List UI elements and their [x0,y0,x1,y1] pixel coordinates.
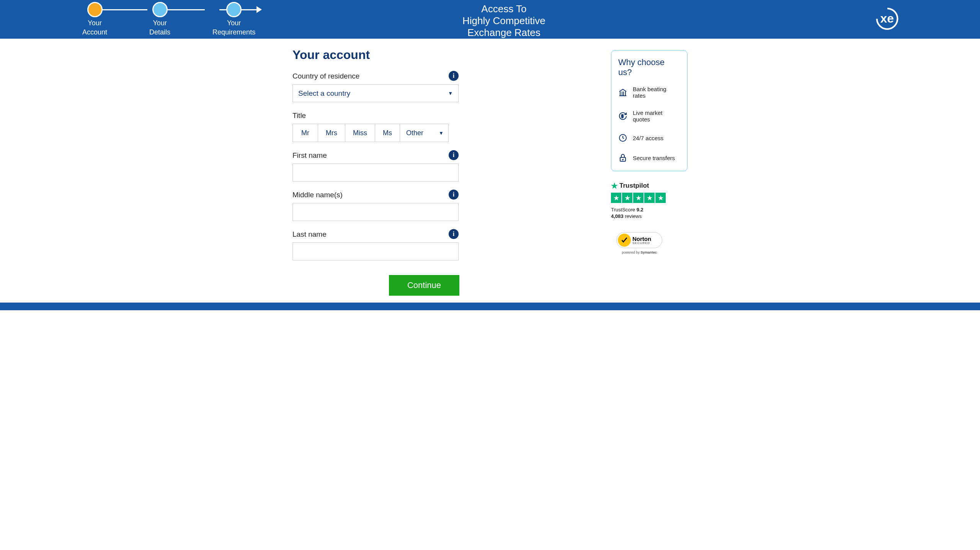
chevron-down-icon: ▼ [448,90,453,96]
title-group: Title Mr Mrs Miss Ms Other ▼ [292,111,537,142]
step-requirements[interactable]: YourRequirements [212,2,255,37]
norton-badge[interactable]: Norton SECURED powered by Symantec [616,232,662,254]
trustpilot-reviews: 4,083 reviews [611,213,688,219]
trustpilot-brand: Trustpilot [619,182,649,190]
info-icon[interactable]: i [449,229,459,239]
trustpilot-widget[interactable]: ★ Trustpilot ★ ★ ★ ★ ★ TrustScore 9.2 4,… [611,181,688,219]
continue-button[interactable]: Continue [389,275,459,296]
norton-seal: Norton SECURED [616,232,662,248]
country-group: Country of residence i Select a country … [292,72,537,102]
trustpilot-logo: ★ Trustpilot [611,181,688,190]
clock-icon [618,133,627,142]
star-icon: ★ [644,193,655,203]
step-details[interactable]: YourDetails [149,2,170,37]
country-placeholder: Select a country [298,89,350,98]
step-circle-icon [87,2,103,17]
star-icon: ★ [655,193,666,203]
country-select[interactable]: Select a country ▼ [292,84,459,102]
middle-name-input[interactable] [292,203,459,221]
middle-name-group: Middle name(s) i [292,191,537,221]
title-option-mrs[interactable]: Mrs [318,124,345,142]
arrow-head-icon [256,6,262,13]
step-circle-icon [152,2,168,17]
page-title: Your account [292,48,537,62]
chevron-down-icon: ▼ [439,130,444,136]
why-item-rates: Bank beating rates [618,86,680,99]
lock-icon [618,153,627,162]
title-option-mr[interactable]: Mr [292,124,318,142]
star-icon: ★ [622,193,632,203]
title-option-ms[interactable]: Ms [375,124,400,142]
first-name-group: First name i [292,151,537,182]
step-label: YourAccount [82,19,107,37]
norton-powered: powered by Symantec [616,250,662,254]
star-icon: ★ [633,193,644,203]
first-name-input[interactable] [292,164,459,182]
xe-logo: xe [871,5,903,34]
last-name-group: Last name i [292,230,537,260]
step-label: YourDetails [149,19,170,37]
why-item-label: Secure transfers [633,155,675,161]
star-icon: ★ [611,193,621,203]
info-icon[interactable]: i [449,71,459,81]
refresh-icon: $ [618,111,627,121]
main-content: Your account Country of residence i Sele… [214,39,766,296]
trustpilot-score: TrustScore 9.2 [611,207,688,213]
why-item-label: Bank beating rates [633,86,680,99]
title-option-other[interactable]: Other ▼ [400,124,449,142]
info-icon[interactable]: i [449,190,459,200]
why-item-label: 24/7 access [633,135,663,141]
why-item-quotes: $ Live market quotes [618,110,680,123]
header-tagline: Access To Highly Competitive Exchange Ra… [462,3,546,39]
info-icon[interactable]: i [449,150,459,160]
form-column: Your account Country of residence i Sele… [292,48,537,296]
trustpilot-stars: ★ ★ ★ ★ ★ [611,193,688,203]
norton-text: Norton SECURED [632,236,651,245]
svg-text:xe: xe [880,11,894,25]
footer-bar [0,303,980,310]
why-choose-box: Why choose us? Bank beating rates $ Live… [611,50,688,171]
last-name-label: Last name [292,230,537,239]
sidebar: Why choose us? Bank beating rates $ Live… [611,48,688,296]
why-item-label: Live market quotes [633,110,680,123]
header-bar: YourAccount YourDetails YourRequirements… [0,0,980,39]
step-account[interactable]: YourAccount [82,2,107,37]
last-name-input[interactable] [292,242,459,260]
title-options: Mr Mrs Miss Ms Other ▼ [292,124,537,142]
country-label: Country of residence [292,72,537,80]
why-title: Why choose us? [618,57,680,77]
why-item-access: 24/7 access [618,133,680,142]
title-other-label: Other [406,129,423,137]
svg-text:$: $ [621,114,624,118]
title-label: Title [292,111,537,120]
progress-stepper: YourAccount YourDetails YourRequirements [82,2,255,37]
checkmark-icon [618,234,631,247]
first-name-label: First name [292,151,537,160]
step-circle-icon [226,2,242,17]
bank-icon [618,88,627,97]
why-item-secure: Secure transfers [618,153,680,162]
middle-name-label: Middle name(s) [292,191,537,199]
title-option-miss[interactable]: Miss [345,124,375,142]
step-label: YourRequirements [212,19,255,37]
star-icon: ★ [611,181,618,190]
